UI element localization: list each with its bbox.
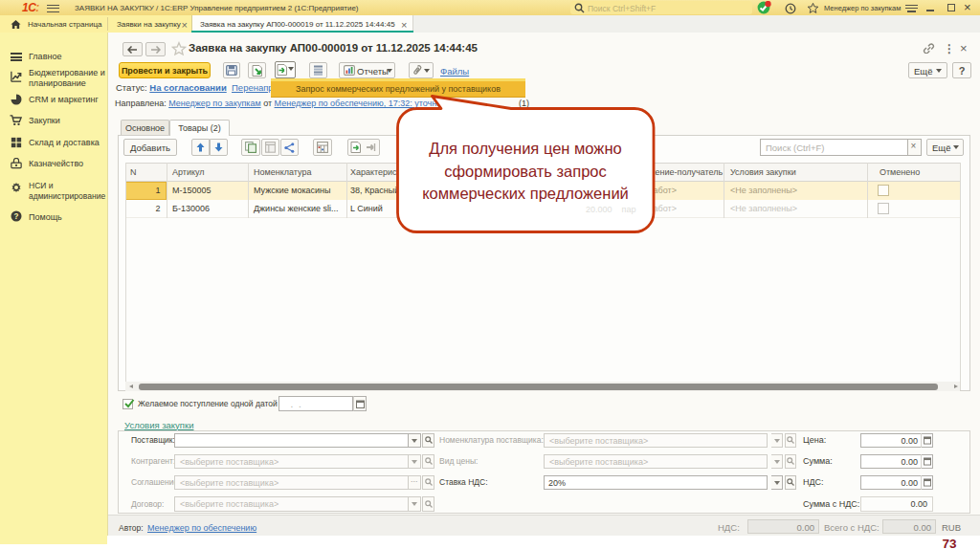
svg-text:?: ? [14,212,19,221]
